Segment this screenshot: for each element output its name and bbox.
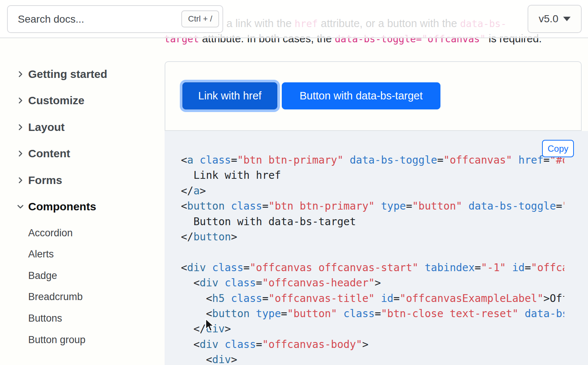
code-token: class [225,338,256,351]
code-token: button [194,231,231,243]
sidebar-section-customize[interactable]: Customize [16,93,85,108]
sidebar-item-breadcrumb[interactable]: Breadcrumb [28,291,83,303]
code-token: Offcanvas [550,292,564,305]
code-token: class [200,154,231,166]
code-token: "offcanvas" [562,200,564,212]
code-token: "offcanvas" [443,154,512,166]
code-token [181,308,206,320]
code-token [181,338,194,351]
code-token: div [200,338,219,351]
code-token: button [187,200,225,212]
code-token: > [375,277,381,289]
chevron-right-icon [16,96,25,105]
sidebar-section-label: Customize [28,94,85,107]
copy-code-button[interactable]: Copy [542,140,574,157]
code-token: = [262,292,268,305]
code-line: Button with data-bs-target [181,214,564,229]
code-token: > [200,185,206,197]
sidebar-item-label: Button group [28,334,86,346]
code-token: class [225,277,256,289]
code-token: = [231,154,237,166]
code-token: div [187,262,206,274]
sidebar-item-button-group[interactable]: Button group [28,333,86,346]
sidebar-item-badge[interactable]: Badge [28,269,57,282]
code-line: <button type="button" class="btn-close t… [181,306,564,321]
code-token: "offcanvas-header" [262,277,374,289]
chevron-down-icon [16,202,25,211]
example-button-with-data-bs-target[interactable]: Button with data-bs-target [282,82,440,109]
code-token: data-bs-toggle [350,154,437,166]
chevron-right-icon [16,70,25,79]
sidebar-item-alerts[interactable]: Alerts [28,248,54,261]
code-token: type [256,308,281,320]
code-token [462,200,469,212]
sidebar-section-getting-started[interactable]: Getting started [16,67,107,82]
code-token: id [512,262,525,274]
code-token [206,262,212,274]
code-token: = [393,292,400,305]
code-token: "-1" [481,262,506,274]
sidebar-section-layout[interactable]: Layout [16,120,65,135]
code-token [218,338,225,351]
code-token: h5 [212,292,225,305]
sidebar-item-label: Breadcrumb [28,291,83,303]
code-token [518,308,525,320]
code-token: button [212,308,250,320]
code-token: tabindex [425,262,475,274]
code-line: Link with href [181,168,564,183]
code-token [375,292,381,305]
sidebar-section-label: Content [28,147,70,160]
mouse-cursor-icon [205,318,215,334]
code-token: = [437,154,443,166]
code-token: </ [194,323,206,335]
code-line: <div class="offcanvas offcanvas-start" t… [181,260,564,275]
sidebar-section-content[interactable]: Content [16,146,70,161]
sidebar-item-accordion[interactable]: Accordion [28,227,73,239]
code-token [194,154,200,166]
code-token [512,154,518,166]
code-token: > [362,338,369,351]
code-token: "button" [287,308,337,320]
sidebar-section-components[interactable]: Components [16,199,96,214]
sidebar-section-label: Getting started [28,68,107,80]
code-token: = [262,200,268,212]
example-link-with-href-button[interactable]: Link with href [182,82,277,109]
code-token: = [281,308,287,320]
sidebar-item-label: Buttons [28,313,62,324]
chevron-down-icon [563,17,571,21]
sidebar-section-label: Forms [28,174,62,187]
code-token: < [194,338,200,351]
code-line: </button> [181,229,564,244]
code-token: = [256,338,262,351]
code-line: <h5 class="offcanvas-title" id="offcanva… [181,291,564,306]
sidebar-section-forms[interactable]: Forms [16,173,62,188]
sidebar-item-label: Accordion [28,227,73,239]
sidebar-section-label: Layout [28,121,65,134]
sidebar-item-label: Badge [28,270,57,282]
code-token: = [375,308,381,320]
code-token: a [194,185,200,197]
code-token: "offcanvas-body" [262,338,362,351]
code-line [181,244,564,260]
version-dropdown-button[interactable]: v5.0 [528,5,582,33]
code-token: > [544,292,550,305]
code-line: <div class="offcanvas-body"> [181,337,564,352]
code-token [218,277,225,289]
code-snippet-block: <a class="btn btn-primary" data-bs-toggl… [165,131,588,365]
code-token: class [231,200,262,212]
code-token [375,200,381,212]
code-token: </ [181,231,194,243]
code-token: < [181,200,187,212]
code-token: data-bs-dismiss [525,308,564,320]
code-token: > [225,323,231,335]
code-token: "offcanvas-title" [268,292,375,305]
code-token [181,354,206,365]
code-token: div [200,277,219,289]
code-token [250,308,256,320]
code-line: <a class="btn btn-primary" data-bs-toggl… [181,152,564,168]
code-line: <button class="btn btn-primary" type="bu… [181,198,564,214]
code-token [225,200,231,212]
code-token: Button with data-bs-target [181,216,356,228]
sidebar-item-buttons[interactable]: Buttons [28,312,62,325]
code-lines: <a class="btn btn-primary" data-bs-toggl… [181,152,564,365]
